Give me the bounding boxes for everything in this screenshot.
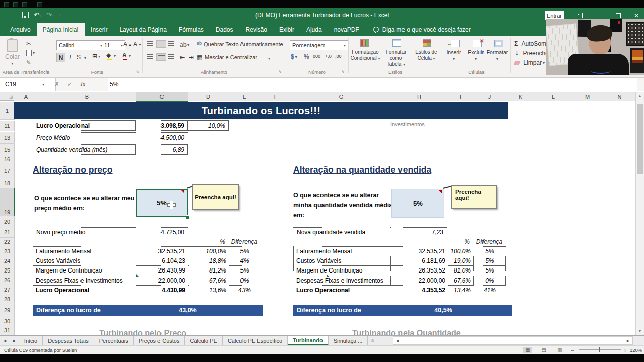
format-cells-icon[interactable]: [494, 40, 503, 47]
dialog-launcher-icon[interactable]: ⇘: [136, 69, 139, 74]
grow-font-icon[interactable]: A▲: [123, 41, 132, 48]
col-header-k[interactable]: K: [505, 92, 536, 101]
table-cell[interactable]: 19,0%: [448, 256, 474, 266]
page-layout-view-icon[interactable]: ▤: [539, 347, 548, 353]
table-cell[interactable]: 5%: [229, 247, 260, 256]
percent-style-icon[interactable]: %: [304, 53, 309, 60]
col-header-n[interactable]: N: [604, 92, 636, 101]
tab-novapdf[interactable]: novaPDF: [328, 23, 365, 36]
insert-cells-icon[interactable]: ←: [451, 40, 460, 47]
summary-value[interactable]: 6,89: [136, 144, 188, 155]
dialog-launcher-icon[interactable]: ⇘: [341, 69, 345, 74]
format-as-table-icon[interactable]: [392, 39, 401, 47]
col-header-m[interactable]: M: [571, 92, 604, 101]
summary-value[interactable]: 4.500,00: [136, 132, 188, 143]
table-cell[interactable]: Margem de Contribuição: [294, 266, 391, 276]
comma-style-icon[interactable]: 000: [313, 54, 320, 59]
result-value[interactable]: 4.725,00: [136, 227, 188, 237]
row-header[interactable]: 17: [0, 163, 15, 179]
price-change-input-cell[interactable]: 5%: [136, 189, 188, 217]
sheet-nav-left-icon[interactable]: ◄: [0, 336, 10, 345]
summary-value[interactable]: 3.098,59: [136, 120, 188, 131]
table-cell[interactable]: 26.430,99: [136, 266, 188, 276]
table-cell[interactable]: 5%: [474, 256, 506, 266]
row-header[interactable]: 15: [0, 144, 15, 155]
row-header[interactable]: 29: [0, 304, 15, 317]
paste-button[interactable]: Colar▾: [5, 39, 20, 66]
row-header[interactable]: 31: [0, 326, 15, 335]
underline-caret-icon[interactable]: ▾: [84, 56, 86, 60]
row-header[interactable]: 18: [0, 178, 15, 188]
sheet-tab-despesas[interactable]: Despesas Totais: [43, 336, 94, 345]
sheet-tab-turbinando[interactable]: Turbinando: [288, 336, 329, 345]
table-cell[interactable]: 81,2%: [188, 266, 229, 276]
italic-button[interactable]: I: [67, 53, 73, 61]
col-header-i[interactable]: I: [448, 92, 474, 101]
row-header[interactable]: 20: [0, 216, 15, 227]
table-cell[interactable]: Margem de Contribuição: [33, 266, 136, 276]
underline-button[interactable]: S: [76, 53, 82, 61]
vertical-scroll-thumb[interactable]: [637, 104, 643, 174]
shrink-font-icon[interactable]: A▼: [133, 41, 142, 48]
new-sheet-icon[interactable]: ⊕: [368, 336, 377, 345]
title-banner-cell[interactable]: Turbinando os Lucros!!!: [14, 102, 508, 119]
row-header[interactable]: 27: [0, 285, 15, 295]
zoom-slider-thumb[interactable]: [599, 347, 600, 352]
table-cell[interactable]: 32.535,21: [136, 247, 188, 256]
dialog-launcher-icon[interactable]: ⇘: [278, 69, 282, 74]
table-cell[interactable]: 4%: [229, 256, 260, 266]
delete-cells-icon[interactable]: ✕: [473, 40, 482, 47]
align-bottom-icon[interactable]: [168, 41, 174, 46]
sheet-tab-calculo-pe[interactable]: Cálculo PE: [185, 336, 222, 345]
table-cell[interactable]: Faturamento Mensal: [33, 247, 136, 256]
sheet-tab-precos[interactable]: Preços e Custos: [134, 336, 185, 345]
row-header[interactable]: 1: [0, 102, 15, 120]
increase-indent-icon[interactable]: ⇥: [189, 54, 194, 61]
decrease-indent-icon[interactable]: ⇤: [180, 54, 185, 61]
col-header-e[interactable]: E: [229, 92, 260, 101]
font-size-select[interactable]: 11▾: [102, 40, 125, 50]
col-header-j[interactable]: J: [473, 92, 506, 101]
cell-styles-icon[interactable]: [423, 39, 431, 47]
tab-dados[interactable]: Dados: [210, 23, 239, 36]
vertical-scrollbar[interactable]: ▲ ▼: [635, 92, 644, 335]
increase-decimal-icon[interactable]: +,0: [325, 54, 332, 59]
row-header[interactable]: 21: [0, 227, 15, 238]
format-painter-button[interactable]: ✎: [26, 59, 31, 66]
table-cell[interactable]: 6.104,23: [136, 256, 188, 266]
scroll-up-icon[interactable]: ▲: [638, 94, 642, 98]
tab-arquivo[interactable]: Arquivo: [4, 23, 37, 36]
select-all-corner[interactable]: [0, 92, 14, 101]
col-header-l[interactable]: L: [536, 92, 572, 101]
table-cell[interactable]: Faturamento Mensal: [294, 247, 391, 256]
tab-pagina-inicial[interactable]: Página Inicial: [37, 23, 85, 36]
row-header[interactable]: 13: [0, 132, 15, 144]
row-header[interactable]: 30: [0, 316, 15, 326]
table-cell[interactable]: 13,6%: [188, 286, 229, 295]
dialog-launcher-icon[interactable]: ⇘: [45, 69, 49, 74]
col-header-a[interactable]: A: [14, 92, 38, 101]
number-format-select[interactable]: Porcentagem▾: [290, 40, 348, 50]
bold-button[interactable]: N: [56, 53, 65, 62]
sheet-tab-simulacao[interactable]: Simulaçã ...: [329, 336, 368, 345]
merge-caret-icon[interactable]: ▾: [268, 56, 270, 61]
table-cell[interactable]: 18,8%: [188, 256, 229, 266]
table-cell[interactable]: Despesas Fixas e Investimentos: [294, 276, 391, 286]
fill-color-button[interactable]: ◆▾: [106, 52, 116, 60]
sheet-tab-calculo-pe-especifico[interactable]: Cálculo PE Específico: [223, 336, 288, 345]
normal-view-icon[interactable]: ▦: [523, 347, 532, 353]
table-cell[interactable]: 22.000,00: [391, 276, 448, 286]
table-cell[interactable]: 100,0%: [448, 247, 474, 256]
col-header-g[interactable]: G: [292, 92, 391, 101]
scroll-left-icon[interactable]: ◄: [395, 338, 400, 343]
summary-pct[interactable]: 10,0%: [188, 120, 229, 131]
align-right-icon[interactable]: [168, 54, 174, 59]
sheet-tab-percentuais[interactable]: Percentuais: [94, 336, 134, 345]
row-header[interactable]: 26: [0, 275, 15, 285]
sheet-nav-right-icon[interactable]: ►: [10, 336, 19, 345]
table-cell[interactable]: 100,0%: [188, 247, 229, 256]
align-left-icon[interactable]: [147, 54, 153, 59]
table-cell[interactable]: Custos Variáveis: [294, 256, 391, 266]
borders-button[interactable]: ⊞▾: [92, 53, 100, 60]
sheet-tab-inicio[interactable]: Início: [19, 336, 43, 345]
